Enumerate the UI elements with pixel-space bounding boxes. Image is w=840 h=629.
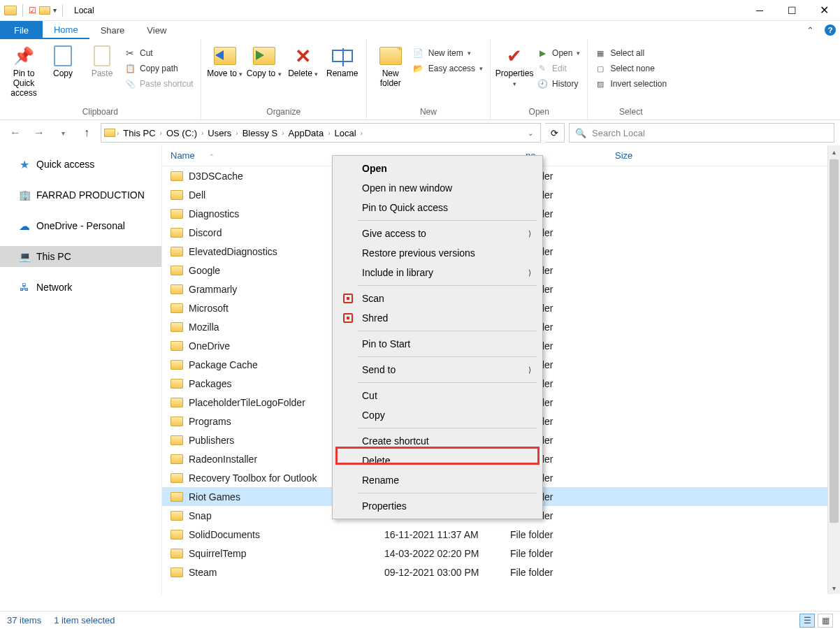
cm-restore-versions[interactable]: Restore previous versions	[334, 243, 541, 263]
folder-icon	[171, 171, 183, 181]
cm-open[interactable]: Open	[334, 159, 541, 178]
scroll-down-icon[interactable]: ▾	[828, 581, 840, 594]
folder-icon	[171, 322, 183, 332]
easyaccess-icon: 📂	[413, 63, 424, 74]
cm-send-to[interactable]: Send to⟩	[334, 360, 541, 379]
folder-icon	[171, 492, 183, 502]
header-size[interactable]: Size	[609, 150, 693, 161]
file-row[interactable]: SquirrelTemp14-03-2022 02:20 PMFile fold…	[162, 544, 840, 563]
file-row[interactable]: SolidDocuments16-11-2021 11:37 AMFile fo…	[162, 525, 840, 544]
navbar: ← → ▾ ↑ › This PC› OS (C:)› Users› Bless…	[0, 120, 840, 145]
breadcrumb[interactable]: Local	[331, 128, 359, 138]
tab-view[interactable]: View	[136, 21, 178, 39]
open-button[interactable]: ▶Open ▾	[534, 46, 583, 60]
cm-create-shortcut[interactable]: Create shortcut	[334, 431, 541, 451]
tab-home[interactable]: Home	[43, 21, 89, 39]
cm-rename[interactable]: Rename	[334, 470, 541, 490]
new-item-button[interactable]: 📄New item ▾	[410, 46, 486, 60]
open-icon: ▶	[537, 48, 548, 59]
newitem-icon: 📄	[413, 48, 424, 59]
cm-give-access[interactable]: Give access to⟩	[334, 224, 541, 243]
group-organize: Move to ▾ Copy to ▾ ✕ Delete ▾ Rename Or…	[201, 39, 367, 120]
cm-shred[interactable]: Shred	[334, 308, 541, 328]
file-row[interactable]: Steam09-12-2021 03:00 PMFile folder	[162, 563, 840, 581]
tab-share[interactable]: Share	[89, 21, 136, 39]
copy-path-button[interactable]: 📋Copy path	[122, 62, 196, 75]
invert-selection-button[interactable]: ▨Invert selection	[592, 77, 669, 91]
close-button[interactable]: ✕	[808, 0, 840, 21]
new-folder-button[interactable]: New folder	[371, 43, 410, 90]
move-to-button[interactable]: Move to ▾	[205, 43, 245, 80]
details-view-button[interactable]: ☰	[799, 614, 815, 628]
qat-folder-icon[interactable]	[39, 6, 50, 15]
minimize-button[interactable]: ─	[744, 0, 776, 21]
history-button[interactable]: 🕘History	[534, 77, 583, 91]
cm-pin-start[interactable]: Pin to Start	[334, 334, 541, 354]
status-bar: 37 items 1 item selected ☰ ▦	[0, 611, 840, 629]
up-button[interactable]: ↑	[77, 123, 96, 143]
cm-cut[interactable]: Cut	[334, 386, 541, 405]
sidebar-item-network[interactable]: 🖧Network	[0, 277, 161, 298]
search-input[interactable]	[592, 128, 828, 138]
cm-copy[interactable]: Copy	[334, 405, 541, 425]
breadcrumb[interactable]: AppData	[286, 128, 327, 138]
cm-scan[interactable]: Scan	[334, 289, 541, 308]
tab-file[interactable]: File	[0, 21, 43, 39]
ribbon: 📌 Pin to Quick access Copy Paste ✂Cut 📋C…	[0, 39, 840, 120]
copy-button[interactable]: Copy	[43, 43, 82, 80]
refresh-button[interactable]: ⟳	[545, 123, 565, 143]
folder-icon	[171, 209, 183, 219]
qat-checkbox-icon[interactable]: ☑	[29, 6, 36, 15]
cut-button[interactable]: ✂Cut	[122, 46, 196, 60]
copy-to-button[interactable]: Copy to ▾	[245, 43, 284, 80]
arrow-left-icon	[215, 50, 224, 60]
edit-button[interactable]: ✎Edit	[534, 62, 583, 75]
forward-button[interactable]: →	[29, 123, 49, 143]
delete-button[interactable]: ✕ Delete ▾	[284, 43, 323, 80]
icons-view-button[interactable]: ▦	[818, 614, 833, 628]
sidebar-item-onedrive[interactable]: ☁OneDrive - Personal	[0, 215, 161, 236]
address-dropdown-icon[interactable]: ⌄	[523, 129, 537, 137]
folder-icon	[171, 360, 183, 370]
sidebar-item-this-pc[interactable]: 💻This PC	[0, 246, 161, 267]
search-box[interactable]: 🔍	[569, 123, 834, 143]
select-all-button[interactable]: ▦Select all	[592, 46, 669, 60]
easy-access-button[interactable]: 📂Easy access ▾	[410, 62, 486, 75]
qat-dropdown-icon[interactable]: ▾	[53, 6, 57, 14]
select-none-button[interactable]: ▢Select none	[592, 62, 669, 75]
address-bar[interactable]: › This PC› OS (C:)› Users› Blessy S› App…	[101, 123, 541, 143]
back-button[interactable]: ←	[6, 123, 25, 143]
paste-button[interactable]: Paste	[82, 43, 122, 80]
breadcrumb[interactable]: Blessy S	[240, 128, 281, 138]
cm-include-library[interactable]: Include in library⟩	[334, 263, 541, 282]
sidebar-item-custom[interactable]: 🏢FARRAD PRODUCTION	[0, 185, 161, 205]
breadcrumb[interactable]: Users	[205, 128, 234, 138]
copypath-icon: 📋	[124, 63, 136, 74]
folder-icon	[104, 129, 115, 137]
paste-shortcut-button[interactable]: 📎Paste shortcut	[122, 77, 196, 91]
help-button[interactable]: ?	[820, 21, 840, 39]
scrollbar-thumb[interactable]	[830, 159, 839, 523]
vertical-scrollbar[interactable]: ▴ ▾	[827, 145, 840, 594]
breadcrumb[interactable]: This PC	[120, 128, 158, 138]
collapse-ribbon-icon[interactable]: ⌃	[799, 21, 820, 39]
properties-button[interactable]: ✔ Properties ▾	[495, 43, 534, 90]
sidebar-item-quick-access[interactable]: ★Quick access	[0, 154, 161, 175]
maximize-button[interactable]: ☐	[776, 0, 808, 21]
cm-properties[interactable]: Properties	[334, 496, 541, 516]
cm-open-new-window[interactable]: Open in new window	[334, 178, 541, 198]
cm-pin-quick-access[interactable]: Pin to Quick access	[334, 198, 541, 217]
scroll-up-icon[interactable]: ▴	[828, 145, 840, 158]
file-name: SquirrelTemp	[189, 548, 384, 559]
chevron-right-icon[interactable]: ›	[117, 129, 119, 137]
file-name: SolidDocuments	[189, 529, 384, 540]
building-icon: 🏢	[18, 189, 31, 201]
breadcrumb[interactable]: OS (C:)	[164, 128, 200, 138]
cm-delete[interactable]: Delete	[334, 451, 541, 470]
rename-button[interactable]: Rename	[323, 43, 362, 80]
recent-locations-button[interactable]: ▾	[53, 123, 73, 143]
folder-icon	[171, 549, 183, 558]
folder-icon	[171, 454, 183, 464]
mcafee-icon	[342, 293, 354, 304]
pin-to-quick-access-button[interactable]: 📌 Pin to Quick access	[4, 43, 43, 99]
